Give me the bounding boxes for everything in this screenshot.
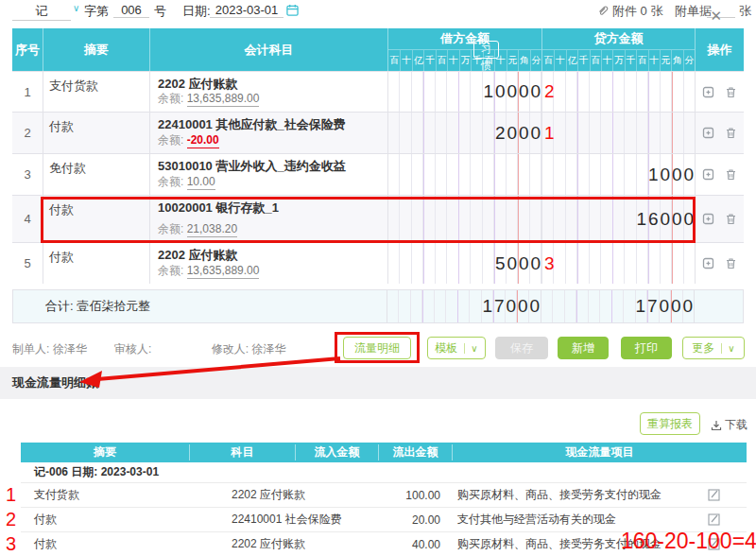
insert-row-icon[interactable] — [701, 256, 715, 270]
row-subject-cell[interactable]: 10020001 银行存款_1 余额: 21,038.20 — [149, 196, 387, 242]
balance-value[interactable]: 21,038.20 — [187, 222, 237, 237]
col-operation-header: 操作 — [695, 28, 744, 71]
delete-row-icon[interactable] — [724, 212, 738, 226]
balance-line: 余额: -20.00 — [158, 132, 219, 148]
delete-row-icon[interactable] — [724, 126, 738, 140]
row-summary[interactable]: 付款 — [43, 243, 149, 284]
calendar-icon[interactable] — [286, 4, 299, 19]
delete-row-icon[interactable] — [724, 256, 738, 270]
chevron-down-icon[interactable]: ∨ — [721, 343, 734, 354]
red-annotation-2: 2 — [544, 81, 555, 102]
voucher-table: 序号 摘要 会计科目 习惯设置 借方金额 百十亿千百十万千百十元角分 贷方金额 … — [12, 28, 744, 284]
subject-name: 2202 应付账款 — [158, 247, 387, 264]
debit-amount-cell[interactable]: 5000 — [387, 243, 541, 284]
row-subject-cell[interactable]: 53010010 营业外收入_违约金收益 余额: 10.00 — [149, 154, 387, 195]
paperclip-icon — [597, 5, 609, 19]
debit-amount-cell[interactable] — [387, 154, 541, 195]
insert-row-icon[interactable] — [701, 126, 715, 140]
total-credit-amount: 17000 — [635, 296, 695, 317]
total-debit-amount: 17000 — [482, 296, 541, 317]
row-summary[interactable]: 付款 — [43, 196, 149, 242]
close-icon[interactable]: ✕ — [710, 8, 722, 25]
print-button[interactable]: 打印 — [621, 337, 672, 359]
delete-row-icon[interactable] — [724, 85, 738, 99]
voucher-word-select[interactable]: 记 — [12, 3, 71, 21]
row-subject-cell[interactable]: 2202 应付账款 余额: 13,635,889.00 — [149, 243, 387, 284]
balance-value[interactable]: 13,635,889.00 — [187, 264, 260, 279]
row-seq: 5 — [12, 243, 43, 284]
date-input[interactable]: 2023-03-01 — [210, 3, 284, 18]
edit-icon[interactable] — [708, 489, 720, 501]
outflow-amount: 20.00 — [378, 513, 452, 527]
zhang-label: 张 — [739, 3, 751, 20]
voucher-topbar: 记 ∨ 字第 006 号 日期: 2023-03-01 附件 0 张 附单据 张 — [0, 0, 756, 25]
balance-value-negative[interactable]: -20.00 — [187, 133, 219, 148]
voucher-row-1[interactable]: 1 支付货款 2202 应付账款 余额: 13,635,889.00 10000… — [12, 71, 744, 112]
credit-amount-cell[interactable]: 1000 — [541, 154, 695, 195]
debit-digit-columns: 百十亿千百十万千百十元角分 — [388, 49, 541, 71]
row-operations — [695, 113, 744, 153]
habit-settings-button[interactable]: 习惯设置 — [473, 41, 499, 59]
row-summary[interactable]: 付款 — [43, 113, 149, 153]
red-annotation-row1: 1 — [6, 484, 16, 506]
col-summary-header: 摘要 — [43, 28, 149, 71]
maker-label: 制单人: 徐泽华 — [12, 342, 87, 356]
auditor-label: 审核人: — [114, 342, 151, 356]
subject-name: 53010010 营业外收入_违约金收益 — [158, 158, 387, 175]
row-seq: 4 — [12, 196, 43, 242]
row-operations — [695, 243, 744, 284]
insert-row-icon[interactable] — [701, 85, 715, 99]
red-annotation-row2: 2 — [6, 509, 16, 530]
insert-row-icon[interactable] — [701, 212, 715, 226]
credit-amount-cell[interactable] — [541, 243, 695, 284]
credit-amount-cell[interactable] — [541, 113, 695, 153]
red-calculation-annotation: 160-20-100=40 — [621, 529, 756, 554]
credit-digit-columns: 百十亿千百十万千百十元角分 — [542, 49, 695, 71]
date-label: 日期: — [182, 3, 211, 20]
insert-row-icon[interactable] — [701, 167, 715, 182]
debit-amount-cell[interactable] — [387, 196, 541, 242]
credit-amount-cell[interactable] — [541, 72, 695, 112]
red-annotation-1: 1 — [544, 123, 555, 144]
voucher-number-input[interactable]: 006 — [113, 3, 149, 18]
voucher-table-header: 序号 摘要 会计科目 习惯设置 借方金额 百十亿千百十万千百十元角分 贷方金额 … — [12, 28, 744, 71]
voucher-row-5[interactable]: 5 付款 2202 应付账款 余额: 13,635,889.00 5000 3 — [12, 242, 744, 284]
debit-amount-cell[interactable]: 2000 — [387, 113, 541, 153]
add-button[interactable]: 新增 — [558, 337, 609, 359]
row-summary[interactable]: 免付款 — [43, 154, 149, 195]
more-button[interactable]: 更多∨ — [682, 337, 745, 359]
row-subject-cell[interactable]: 22410001 其他应付款_社会保险费 余额: -20.00 — [149, 113, 387, 153]
save-button[interactable]: 保存 — [495, 337, 548, 359]
red-annotation-row3: 3 — [6, 533, 16, 555]
cash-flow-item: 支付其他与经营活动有关的现金 — [452, 512, 747, 528]
credit-amount-cell[interactable]: 16000 — [541, 196, 695, 242]
flow-col-subject: 科目 — [189, 444, 295, 460]
voucher-row-2[interactable]: 2 付款 22410001 其他应付款_社会保险费 余额: -20.00 200… — [12, 112, 744, 153]
flow-col-inflow: 流入金额 — [295, 444, 378, 460]
chevron-down-icon[interactable]: ∨ — [464, 343, 477, 354]
balance-value[interactable]: 13,635,889.00 — [187, 92, 260, 107]
debit-amount-cell[interactable]: 10000 — [387, 72, 541, 112]
download-button[interactable]: 下载 — [711, 417, 747, 433]
flow-col-item: 现金流量项目 — [452, 444, 747, 460]
flow-detail-button[interactable]: 流量明细 — [343, 337, 411, 359]
voucher-row-3[interactable]: 3 免付款 53010010 营业外收入_违约金收益 余额: 10.00 100… — [12, 153, 744, 195]
cash-flow-item: 购买原材料、商品、接受劳务支付的现金 — [452, 487, 747, 503]
credit-header: 贷方金额 — [542, 28, 695, 49]
recalculate-report-button[interactable]: 重算报表 — [640, 412, 700, 435]
flow-row-1[interactable]: 支付货款 2202 应付账款 100.00 购买原材料、商品、接受劳务支付的现金 — [21, 483, 747, 508]
subject-header-label: 会计科目 — [245, 42, 294, 59]
delete-row-icon[interactable] — [724, 167, 738, 182]
row-operations — [695, 196, 744, 242]
row-subject-cell[interactable]: 2202 应付账款 余额: 13,635,889.00 — [149, 72, 387, 112]
debit-amount: 5000 — [494, 253, 541, 274]
chevron-down-icon[interactable]: ∨ — [73, 3, 79, 13]
attachment-count[interactable]: 附件 0 张 — [612, 3, 662, 20]
voucher-row-4-highlighted[interactable]: 4 付款 10020001 银行存款_1 余额: 21,038.20 16000 — [12, 195, 744, 242]
template-button[interactable]: 模板∨ — [427, 337, 486, 359]
balance-value[interactable]: 10.00 — [187, 175, 215, 190]
cash-flow-table-header: 摘要 科目 流入金额 流出金额 现金流量项目 — [21, 443, 747, 462]
voucher-people-info: 制单人: 徐泽华 审核人: 修改人: 徐泽华 — [12, 341, 310, 357]
edit-icon[interactable] — [708, 513, 720, 526]
row-summary[interactable]: 支付货款 — [43, 72, 149, 112]
